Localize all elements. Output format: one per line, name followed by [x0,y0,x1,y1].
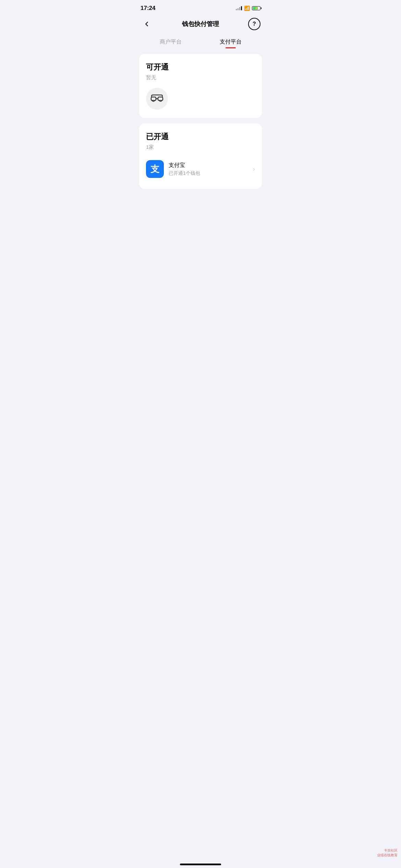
help-button[interactable]: ? [248,18,260,30]
status-time: 17:24 [141,5,155,12]
wifi-icon: 📶 [244,5,250,11]
alipay-name: 支付宝 [169,162,248,169]
alipay-info: 支付宝 已开通1个钱包 [169,162,248,177]
signal-icon [236,6,242,10]
page-title: 钱包快付管理 [182,20,219,28]
vr-glasses-icon [150,94,164,104]
chevron-right-icon: › [253,166,255,173]
tab-payment-label: 支付平台 [220,38,242,46]
battery-icon: ⚡ [252,6,260,10]
available-subtitle: 暂无 [146,74,255,81]
activated-subtitle: 1家 [146,144,255,150]
alipay-logo: 支 [146,160,164,178]
tab-merchant[interactable]: 商户平台 [141,36,200,48]
glasses-icon-circle [146,88,168,110]
svg-rect-0 [151,97,156,100]
activated-card: 已开通 1家 支 支付宝 已开通1个钱包 › [139,123,262,189]
tab-merchant-label: 商户平台 [160,38,182,46]
back-button[interactable] [141,18,153,30]
alipay-desc: 已开通1个钱包 [169,170,248,177]
available-card: 可开通 暂无 [139,54,262,118]
alipay-char: 支 [150,163,159,175]
available-title: 可开通 [146,62,255,72]
alipay-item[interactable]: 支 支付宝 已开通1个钱包 › [146,157,255,181]
tab-payment[interactable]: 支付平台 [200,36,260,48]
tab-active-indicator [226,47,236,48]
tab-bar: 商户平台 支付平台 [134,36,267,54]
activated-title: 已开通 [146,132,255,142]
content-area: 可开通 暂无 已开通 1家 支 [134,54,267,189]
nav-bar: 钱包快付管理 ? [134,14,267,36]
svg-rect-1 [158,97,163,100]
status-icons: 📶 ⚡ [236,5,260,11]
status-bar: 17:24 📶 ⚡ [134,0,267,14]
